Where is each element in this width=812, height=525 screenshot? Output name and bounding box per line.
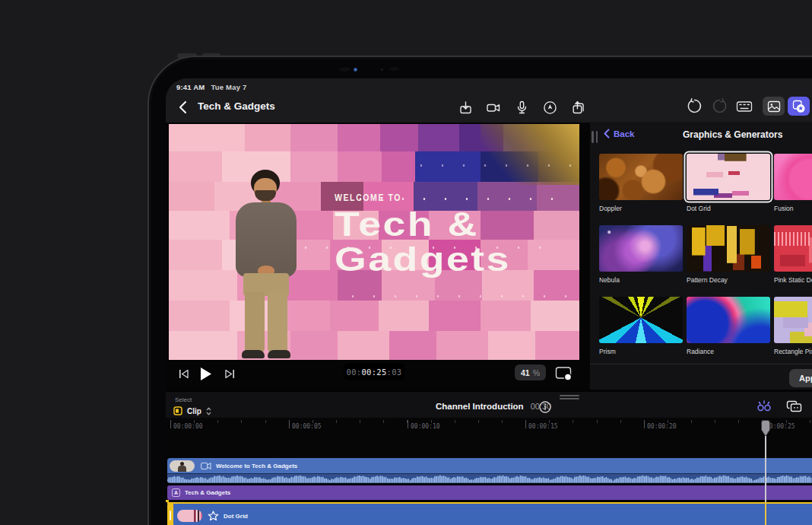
generator-tile: Rectangle Pix: [774, 297, 812, 355]
back-chevron-icon[interactable]: [178, 100, 189, 114]
thumbnail-label: Prism: [599, 348, 683, 355]
front-camera: [354, 68, 357, 72]
title-overlay: WELCOME TO Tech & Gadgets: [335, 191, 479, 277]
ruler-label: 00:00:20: [647, 423, 677, 430]
sensor-dot: [338, 67, 350, 72]
selection-mode-dropdown[interactable]: Clip: [173, 406, 211, 415]
top-chrome: 9:41 AMTue May 7 Tech & Gadgets: [166, 78, 812, 123]
viewer: WELCOME TO Tech & Gadgets: [169, 124, 579, 360]
thumbnail-label: Dot Grid: [687, 205, 770, 212]
share-icon[interactable]: [569, 99, 586, 116]
title-badge-icon: A: [172, 488, 180, 497]
camera-icon[interactable]: [485, 99, 502, 116]
ruler-label: 00:00:00: [173, 423, 203, 430]
thumbnail-label: Nebula: [599, 276, 683, 284]
panel-footer-divider: [590, 364, 812, 364]
panel-back-label: Back: [614, 129, 635, 138]
thumbnail-rectangle-pixelate[interactable]: [774, 297, 812, 343]
title-clip[interactable]: A Tech & Gadgets: [167, 485, 812, 500]
thumbnail-label: Doppler: [599, 205, 683, 212]
dot-grid-row: [351, 294, 567, 298]
scene: 9:41 AMTue May 7 Tech & Gadgets: [0, 0, 812, 525]
playhead-line[interactable]: [765, 436, 766, 502]
generator-grid: Doppler Dot Grid Fusion Nebula Pattern D…: [599, 154, 812, 355]
audio-waveform: [167, 473, 812, 483]
project-info: Channel Introduction 00:30: [436, 402, 551, 411]
playhead-line-over-selection: [765, 502, 766, 525]
generator-tile: Pattern Decay: [687, 225, 770, 284]
transport-bar: 00:00:25:03 41%: [166, 360, 581, 390]
title-bar: Tech & Gadgets: [166, 95, 812, 121]
thumbnail-prism[interactable]: [599, 297, 683, 343]
app-screen: 9:41 AMTue May 7 Tech & Gadgets: [166, 78, 812, 525]
video-gold-corner: [481, 124, 579, 185]
thumbnail-nebula[interactable]: [599, 225, 683, 272]
insert-clip-icon[interactable]: [786, 398, 803, 415]
browser-panel: Back Graphics & Generators Doppler Dot G…: [590, 122, 812, 390]
mic-icon[interactable]: [513, 99, 530, 116]
status-bar: 9:41 AMTue May 7: [176, 83, 247, 91]
undo-icon[interactable]: [686, 98, 703, 115]
import-icon[interactable]: [457, 99, 474, 116]
graphics-generators-icon[interactable]: [788, 97, 810, 116]
video-clip[interactable]: Welcome to Tech & Gadgets: [167, 458, 812, 483]
panel-title: Graphics & Generators: [683, 129, 782, 140]
generator-tile: Nebula: [599, 225, 683, 284]
keyboard-icon[interactable]: [736, 98, 753, 115]
status-time: 9:41 AM: [176, 83, 205, 91]
clip-thumbnail: [170, 460, 195, 472]
generator-tile: Prism: [599, 297, 683, 355]
redo-icon[interactable]: [711, 98, 728, 115]
play-icon[interactable]: [200, 367, 212, 381]
info-icon[interactable]: [539, 401, 551, 413]
apply-button[interactable]: Apply: [789, 369, 812, 387]
thumbnail-label: Rectangle Pix: [774, 348, 812, 355]
status-date: Tue May 7: [211, 83, 246, 91]
generator-tile: Dot Grid: [687, 154, 770, 212]
skip-back-icon[interactable]: [179, 369, 189, 379]
presenter-person: [230, 170, 303, 360]
chevron-up-down-icon: [206, 407, 211, 415]
zoom-value: 41: [521, 368, 530, 377]
scrub-wheel-icon[interactable]: [541, 99, 558, 116]
timeline-drag-handle[interactable]: [560, 395, 579, 401]
timeline-ruler[interactable]: 00:00:00 00:00:05 00:00:10 00:00:15 00:0…: [166, 418, 812, 434]
thumbnail-label: Radiance: [687, 348, 770, 355]
timecode-display[interactable]: 00:00:25:03: [344, 363, 404, 380]
ruler-label: 00:00:15: [528, 423, 558, 430]
timeline-toolbar: Select Clip Channel Introduction 00:30: [166, 390, 812, 418]
generator-tile: Doppler: [599, 154, 683, 212]
display-options-icon[interactable]: [555, 366, 573, 383]
generator-clip-selected[interactable]: Dot Grid: [167, 502, 812, 525]
ruler-label: 00:00:10: [411, 423, 440, 430]
thumbnail-label: Pattern Decay: [687, 276, 770, 284]
thumbnail-radiance[interactable]: [687, 297, 770, 343]
thumbnail-pattern-decay[interactable]: [687, 225, 770, 272]
skip-forward-icon[interactable]: [225, 369, 235, 379]
timecode-hours: 00:: [347, 368, 362, 377]
connect-clip-icon[interactable]: [756, 398, 772, 415]
timecode-frames: :03: [387, 368, 402, 377]
photos-icon[interactable]: [763, 97, 785, 116]
thumbnail-pink-static-decay[interactable]: [774, 225, 812, 272]
thumbnail-doppler[interactable]: [599, 154, 683, 200]
thumbnail-fusion[interactable]: [774, 154, 812, 200]
timeline-project-title: Channel Introduction: [436, 402, 524, 411]
timecode-seconds: 00:25: [361, 368, 386, 377]
viewer-zoom-control[interactable]: 41%: [515, 364, 546, 380]
clip-label: Dot Grid: [224, 513, 248, 520]
thumbnail-dot-grid[interactable]: [687, 154, 770, 200]
select-label: Select: [175, 396, 192, 403]
overlay-line1: Tech &: [335, 207, 511, 242]
trim-handle[interactable]: [167, 504, 173, 525]
thumbnail-label: Pink Static De: [774, 276, 812, 284]
sensor-dot-3: [389, 67, 399, 71]
clip-mode-icon: [173, 406, 182, 415]
panel-drag-handle[interactable]: [592, 131, 600, 143]
dot-grid-row: [420, 164, 573, 167]
playhead[interactable]: [760, 419, 771, 438]
sensor-dot-2: [381, 68, 383, 71]
star-icon: [208, 511, 219, 521]
project-name: Tech & Gadgets: [198, 100, 275, 112]
panel-back-button[interactable]: Back: [604, 129, 635, 138]
